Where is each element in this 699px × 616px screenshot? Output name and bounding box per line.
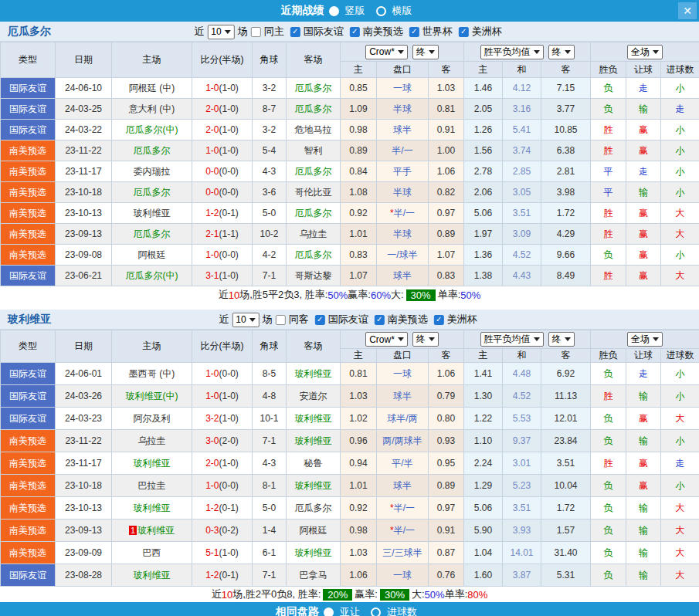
avg-win-cell: 5.06 [464, 497, 503, 520]
same-venue-checkbox[interactable] [276, 315, 286, 325]
match-type-cell: 南美预选 [1, 203, 56, 224]
avg-win-cell: 1.26 [464, 120, 503, 140]
competition-label-0[interactable]: 国际友谊 [304, 25, 344, 39]
match-type-badge: 南美预选 [1, 203, 55, 223]
result-goals-cell: 大 [661, 408, 699, 430]
final-avg-select[interactable]: 终 [548, 45, 575, 59]
avg-draw-cell: 3.93 [503, 520, 541, 542]
odds-away-cell: 0.76 [429, 564, 464, 587]
match-type-cell: 南美预选 [1, 520, 56, 542]
competition-checkbox-0[interactable] [315, 315, 325, 325]
scope-select[interactable]: 全场 [627, 332, 663, 347]
col-header: 主 [464, 349, 503, 363]
fulltime-score: 2-0 [205, 458, 219, 469]
summary-segment: 场,胜5平2负3, 胜率: [239, 288, 327, 302]
same-venue-label[interactable]: 同客 [289, 313, 309, 327]
col-header: 进球数 [661, 349, 699, 363]
competition-checkbox-1[interactable] [350, 27, 360, 37]
col-header: 客 [429, 62, 464, 78]
summary-segment: 近 [219, 288, 229, 302]
competition-label-1[interactable]: 南美预选 [363, 25, 403, 39]
col-header: 让球 [626, 349, 661, 363]
wdl-average-select-value: 胜平负均值 [484, 46, 531, 59]
col-header: 客 [429, 349, 464, 363]
home-team-cell: 意大利 (中) [112, 99, 192, 120]
result-wdl-cell: 负 [591, 99, 626, 120]
home-team-cell: 玻利维亚 [112, 203, 192, 224]
asian-handicap-label[interactable]: 亚让 [340, 605, 360, 616]
odds-home-cell: 0.81 [341, 363, 377, 385]
match-row: 国际友谊24-03-26玻利维亚(中)1-0(1-0)4-8安道尔1.03球半0… [1, 385, 699, 408]
away-team-name: 阿根廷 [300, 525, 327, 536]
final-odds-select[interactable]: 终 [412, 332, 439, 347]
halftime-score: (0-0) [219, 249, 239, 260]
home-team-name: 玻利维亚 [134, 503, 171, 513]
competition-checkbox-1[interactable] [375, 315, 385, 325]
chevron-down-icon [429, 50, 435, 54]
avg-win-cell: 1.29 [464, 475, 503, 497]
result-goals-cell: 小 [661, 385, 699, 408]
odds-away-cell: 0.89 [429, 475, 464, 497]
col-header: 和 [503, 62, 541, 78]
competition-label-2[interactable]: 世界杯 [422, 25, 453, 39]
layout-horizontal-label[interactable]: 横版 [392, 4, 412, 18]
competition-checkbox-0[interactable] [290, 27, 300, 37]
match-type-badge: 南美预选 [1, 452, 55, 474]
same-venue-label[interactable]: 同主 [264, 25, 284, 39]
match-type-cell: 南美预选 [1, 140, 56, 161]
home-team-name: 厄瓜多尔(中) [126, 270, 178, 281]
near-label: 近 [194, 25, 204, 39]
layout-vertical-label[interactable]: 竖版 [345, 4, 365, 18]
same-venue-checkbox[interactable] [251, 27, 261, 37]
competition-label-0[interactable]: 国际友谊 [328, 313, 368, 327]
date-cell: 23-09-08 [56, 245, 112, 266]
fulltime-score: 3-1 [205, 270, 219, 281]
competition-label-1[interactable]: 南美预选 [388, 313, 428, 327]
col-header: 进球数 [661, 62, 699, 78]
wdl-average-select[interactable]: 胜平负均值 [480, 332, 544, 347]
handicap-cell: 两/两球半 [377, 430, 429, 452]
away-team-name: 厄瓜多尔 [295, 103, 332, 114]
close-button[interactable]: ✕ [678, 2, 697, 19]
wdl-average-select[interactable]: 胜平负均值 [480, 45, 544, 59]
odds-home-cell: 0.94 [341, 452, 377, 475]
handicap-text: 球半 [393, 124, 412, 135]
competition-label-3[interactable]: 美洲杯 [472, 25, 502, 39]
col-header: 客场 [287, 330, 341, 363]
layout-horizontal-radio[interactable] [376, 6, 386, 16]
scope-select[interactable]: 全场 [627, 45, 663, 59]
avg-select-group: 胜平负均值终 [464, 42, 591, 62]
handicap-cell: 球半/两 [377, 408, 429, 430]
competition-checkbox-3[interactable] [459, 27, 469, 37]
home-team-name: 玻利维亚 [134, 458, 171, 469]
result-goals-cell: 小 [661, 245, 699, 266]
final-avg-select[interactable]: 终 [548, 332, 575, 347]
goals-radio[interactable] [371, 608, 381, 616]
competition-checkbox-2[interactable] [409, 27, 419, 37]
summary-segment: 赢率: [355, 587, 378, 601]
final-odds-select[interactable]: 终 [412, 45, 439, 59]
match-count-select[interactable]: 10 [232, 313, 259, 327]
col-header: 主场 [112, 330, 192, 363]
layout-vertical-radio[interactable] [329, 6, 339, 16]
match-count-select[interactable]: 10 [207, 25, 234, 39]
date-cell: 24-03-22 [56, 120, 112, 140]
competition-label-2[interactable]: 美洲杯 [447, 313, 477, 327]
asian-handicap-radio[interactable] [324, 608, 334, 616]
competition-checkbox-2[interactable] [434, 315, 444, 325]
match-row: 国际友谊24-03-25意大利 (中)2-0(1-0)8-7厄瓜多尔1.09半球… [1, 99, 699, 120]
odds-home-cell: 0.92 [341, 497, 377, 520]
home-team-cell: 阿根廷 [112, 245, 192, 266]
halftime-score: (2-0) [219, 435, 239, 446]
avg-win-cell: 5.06 [464, 203, 503, 224]
crow-select[interactable]: Crow* [365, 45, 408, 59]
goals-label[interactable]: 进球数 [387, 605, 417, 616]
rank-badge: 1 [129, 526, 137, 535]
odds-away-cell: 1.06 [429, 161, 464, 182]
match-type-cell: 南美预选 [1, 475, 56, 497]
crow-select[interactable]: Crow* [365, 332, 408, 347]
match-type-cell: 南美预选 [1, 452, 56, 475]
handicap-cell: 球半 [377, 385, 429, 408]
odds-away-cell: 0.89 [429, 224, 464, 245]
summary-segment: 近 [212, 587, 222, 601]
